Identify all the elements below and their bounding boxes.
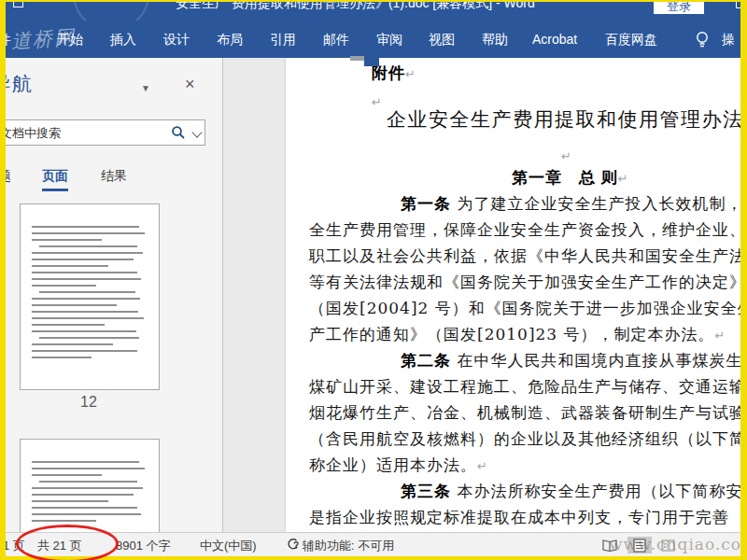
ribbon-options-icon[interactable] bbox=[736, 0, 747, 8]
navigation-close-icon[interactable]: × bbox=[185, 75, 195, 94]
status-bar: 1 页 共 21 页 8901 个字 中文(中国) ? 辅助功能: 不可用 bbox=[0, 532, 747, 557]
document-line-7: 全生产费用管理，保障企业安全生产资金投入，维护企业、 bbox=[309, 217, 746, 243]
navigation-pane-title: 导航 bbox=[0, 71, 33, 97]
document-line-2: ↵ bbox=[372, 88, 383, 114]
nav-tab-1[interactable]: 标题 bbox=[0, 168, 11, 185]
search-icon[interactable] bbox=[171, 125, 186, 144]
watermark-circle bbox=[73, 0, 149, 21]
document-line-12: 第二条 在中华人民共和国境内直接从事煤炭生产、非 bbox=[401, 347, 747, 373]
search-options-chevron-icon[interactable] bbox=[191, 127, 202, 137]
window-title: 安全生产 费用提取和使用管理办法》(1).doc [兼容模式] - Word bbox=[176, 0, 535, 12]
document-line-6: 第一条 为了建立企业安全生产投入长效机制，加强安 bbox=[401, 190, 747, 217]
document-line-18: 是指企业按照规定标准提取在成本中列支，专门用于完善 bbox=[309, 504, 729, 530]
status-language[interactable]: 中文(中国) bbox=[200, 538, 257, 554]
document-line-14: 烟花爆竹生产、冶金、机械制造、武器装备研制生产与试验 bbox=[309, 399, 746, 426]
ribbon-tab-6[interactable]: 引用 bbox=[270, 21, 296, 58]
document-line-9: 等有关法律法规和《国务院关于加强安全生产工作的决定》 bbox=[309, 269, 746, 295]
accessibility-icon: ? bbox=[286, 538, 300, 553]
navigation-pane: 导航 ▼ × 在文档中搜索 标题页面结果 12 bbox=[0, 58, 222, 532]
page-thumbnail-2[interactable] bbox=[20, 439, 160, 532]
document-line-11: 产工作的通知》（国发[2010]23 号），制定本办法。↵ bbox=[309, 321, 726, 347]
document-page[interactable]: 附件↵↵企业安全生产费用提取和使用管理办法↵↵第一章 总 则↵第一条 为了建立企… bbox=[285, 58, 747, 532]
ribbon-edge-marker-blue bbox=[364, 54, 379, 66]
url-watermark: www.cnqiao.com— bbox=[609, 535, 747, 553]
ribbon-tab-8[interactable]: 审阅 bbox=[376, 21, 402, 58]
navigation-tabs: 标题页面结果 bbox=[0, 162, 222, 192]
tell-me-hint-text[interactable]: 操 bbox=[722, 21, 735, 58]
tell-me-lightbulb-icon[interactable] bbox=[695, 31, 710, 51]
ribbon-tab-1[interactable]: 文件 bbox=[0, 21, 11, 58]
document-line-16: 称企业）适用本办法。↵ bbox=[309, 452, 488, 478]
ribbon-tab-3[interactable]: 插入 bbox=[110, 21, 136, 58]
ribbon-tab-10[interactable]: 帮助 bbox=[482, 21, 508, 58]
document-line-13: 煤矿山开采、建设工程施工、危险品生产与储存、交通运输、 bbox=[309, 373, 747, 399]
nav-tab-2[interactable]: 页面 bbox=[42, 168, 68, 185]
title-bar: ▼ 安全生产 费用提取和使用管理办法》(1).doc [兼容模式] - Word… bbox=[0, 0, 747, 21]
page-thumbnail-label-1: 12 bbox=[20, 394, 158, 411]
document-line-15: （含民用航空及核燃料）的企业以及其他经济组织（以下简 bbox=[309, 426, 746, 452]
ribbon-tab-4[interactable]: 设计 bbox=[163, 21, 190, 58]
ribbon-tab-row: 文件开始插入设计布局引用邮件审阅视图帮助Acrobat百度网盘 操 bbox=[0, 21, 747, 58]
ribbon-tab-11[interactable]: Acrobat bbox=[532, 21, 577, 58]
document-line-10: （国发[2004]2 号）和《国务院关于进一步加强企业安全生 bbox=[309, 295, 747, 321]
document-line-5: 第一章 总 则↵ bbox=[512, 164, 629, 190]
svg-text:?: ? bbox=[293, 540, 299, 551]
document-workspace bbox=[223, 58, 285, 532]
word-window: ▼ 安全生产 费用提取和使用管理办法》(1).doc [兼容模式] - Word… bbox=[0, 0, 747, 560]
status-total-pages[interactable]: 共 21 页 bbox=[37, 538, 82, 554]
page-thumbnail-1[interactable] bbox=[20, 203, 160, 390]
ribbon-tab-12[interactable]: 百度网盘 bbox=[605, 21, 657, 58]
brand-watermark: 道桥网 bbox=[10, 24, 77, 55]
nav-tab-3[interactable]: 结果 bbox=[101, 168, 127, 185]
status-word-count[interactable]: 8901 个字 bbox=[116, 538, 171, 554]
login-button[interactable]: 登录 bbox=[654, 0, 704, 14]
quick-access-save-icon[interactable] bbox=[13, 0, 23, 7]
status-accessibility[interactable]: 辅助功能: 不可用 bbox=[303, 538, 394, 554]
navigation-dropdown-icon[interactable]: ▼ bbox=[141, 83, 150, 93]
document-line-3: 企业安全生产费用提取和使用管理办法↵ bbox=[387, 106, 747, 133]
document-search-input[interactable]: 在文档中搜索 bbox=[0, 119, 205, 146]
ribbon-tab-7[interactable]: 邮件 bbox=[323, 21, 349, 58]
status-page-indicator[interactable]: 1 页 bbox=[3, 538, 25, 554]
search-placeholder: 在文档中搜索 bbox=[0, 125, 61, 142]
ribbon-tab-5[interactable]: 布局 bbox=[217, 21, 243, 58]
document-line-8: 职工以及社会公共利益，依据《中华人民共和国安全生产法》 bbox=[309, 243, 747, 269]
ribbon-tab-9[interactable]: 视图 bbox=[429, 21, 455, 58]
document-line-17: 第三条 本办法所称安全生产费用（以下简称安全费用） bbox=[401, 478, 747, 504]
ribbon-edge-marker-gray bbox=[350, 56, 364, 61]
